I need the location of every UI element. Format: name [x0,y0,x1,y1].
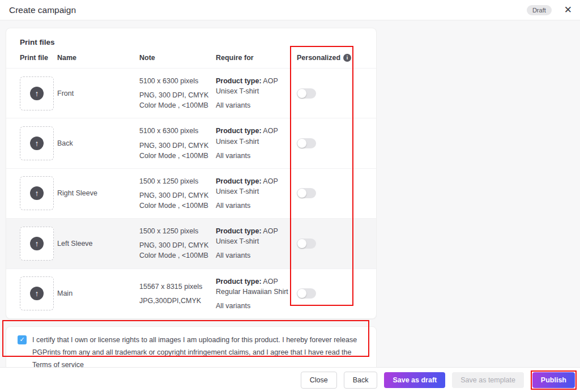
print-files-heading: Print files [6,38,376,54]
upload-print-file-button[interactable]: ↑ [20,276,54,310]
toggle-knob [297,239,306,248]
publish-annotation-box: Publish [531,370,577,390]
table-header-row: Print file Name Note Require for Persona… [6,54,376,68]
table-row-right-sleeve: ↑ Right Sleeve 1500 x 1250 pixels PNG, 3… [6,168,376,218]
column-header-require-for: Require for [216,54,297,62]
column-header-name: Name [57,54,139,62]
upload-icon: ↑ [30,87,44,100]
back-button[interactable]: Back [344,372,378,389]
require-for-cell: Product type: AOP Unisex T-shirt All var… [216,76,297,110]
require-for-cell: Product type: AOP Unisex T-shirt All var… [216,226,297,261]
toggle-knob [297,89,306,98]
print-file-name: Back [57,139,139,147]
print-file-note: 5100 x 6300 pixels PNG, 300 DPI, CMYK Co… [139,76,216,110]
print-files-card: Print files Print file Name Note Require… [6,28,377,319]
toggle-knob [297,189,306,198]
print-file-note: 5100 x 6300 pixels PNG, 300 DPI, CMYK Co… [139,126,216,160]
certify-checkbox[interactable]: ✓ [18,335,27,344]
info-icon[interactable]: i [343,54,351,62]
upload-print-file-button[interactable]: ↑ [20,227,54,261]
table-row-left-sleeve: ↑ Left Sleeve 1500 x 1250 pixels PNG, 30… [6,218,376,268]
certification-text: I certify that I own or license rights t… [32,334,366,372]
require-for-cell: Product type: AOP Unisex T-shirt All var… [216,126,297,160]
personalized-toggle[interactable] [297,238,316,249]
personalized-toggle[interactable] [297,288,316,299]
upload-print-file-button[interactable]: ↑ [20,76,54,110]
upload-print-file-button[interactable]: ↑ [20,176,54,210]
toggle-knob [297,139,306,148]
upload-icon: ↑ [30,186,44,200]
content-area: Print files Print file Name Note Require… [0,20,580,367]
save-as-draft-button[interactable]: Save as draft [384,372,445,388]
print-file-name: Left Sleeve [57,240,139,248]
upload-icon: ↑ [30,287,44,300]
upload-icon: ↑ [30,137,44,150]
page-title: Create campaign [9,5,527,15]
print-file-name: Right Sleeve [57,189,139,197]
personalized-toggle[interactable] [297,138,316,148]
column-header-note: Note [139,54,216,62]
column-header-personalized: Personalized i [297,54,362,62]
upload-icon: ↑ [30,237,44,250]
upload-print-file-button[interactable]: ↑ [20,126,54,160]
close-icon[interactable]: ✕ [564,5,572,15]
print-file-note: 1500 x 1250 pixels PNG, 300 DPI, CMYK Co… [139,176,216,211]
table-row-front: ↑ Front 5100 x 6300 pixels PNG, 300 DPI,… [6,68,376,118]
print-file-name: Main [57,289,139,297]
publish-button[interactable]: Publish [532,372,575,388]
table-row-main: ↑ Main 15567 x 8315 pixels JPG,300DPI,CM… [6,269,376,318]
status-badge: Draft [527,5,552,15]
personalized-toggle[interactable] [297,188,316,198]
modal-header: Create campaign Draft ✕ [0,0,580,20]
print-file-name: Front [57,90,139,97]
toggle-knob [297,289,306,298]
personalized-toggle[interactable] [297,88,316,99]
close-button[interactable]: Close [301,372,337,389]
print-file-note: 15567 x 8315 pixels JPG,300DPI,CMYK [139,282,216,306]
save-as-template-button[interactable]: Save as template [452,372,524,388]
require-for-cell: Product type: AOP Unisex T-shirt All var… [216,176,297,211]
column-header-print-file: Print file [20,54,57,62]
print-file-note: 1500 x 1250 pixels PNG, 300 DPI, CMYK Co… [139,226,216,261]
table-row-back: ↑ Back 5100 x 6300 pixels PNG, 300 DPI, … [6,118,376,168]
require-for-cell: Product type: AOP Regular Hawaiian Shirt… [216,276,297,311]
